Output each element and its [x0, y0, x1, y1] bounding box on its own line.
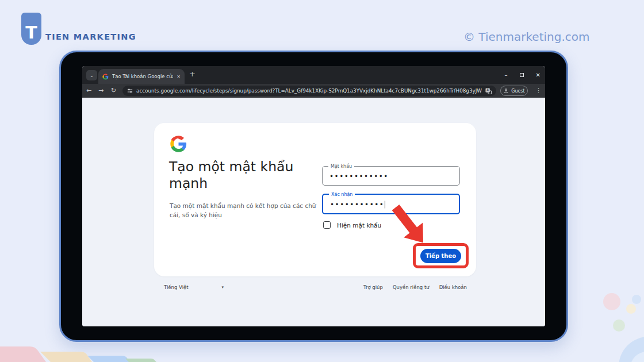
browser-tab[interactable]: Tạo Tài khoản Google của bạn ✕	[98, 69, 185, 84]
page-content: Tạo một mật khẩu mạnh Tạo một mật khẩu m…	[82, 98, 545, 326]
brand-logo-letter: T	[25, 24, 37, 41]
page-description: Tạo một mật khẩu mạnh có kết hợp của các…	[170, 202, 320, 220]
browser-toolbar: ← → ↻ accounts.google.com/lifecycle/step…	[82, 84, 545, 98]
forward-icon[interactable]: →	[98, 84, 103, 98]
privacy-link[interactable]: Quyền riêng tư	[393, 284, 430, 290]
profile-button[interactable]: Guest	[500, 86, 528, 96]
tab-search-button[interactable]: ⌄	[86, 70, 97, 80]
brand-logo: T	[21, 13, 41, 45]
signup-card: Tạo một mật khẩu mạnh Tạo một mật khẩu m…	[154, 123, 476, 276]
url-text[interactable]: accounts.google.com/lifecycle/steps/sign…	[136, 88, 482, 94]
brand-name: TIEN MARKETING	[45, 32, 136, 41]
address-bar[interactable]: accounts.google.com/lifecycle/steps/sign…	[122, 86, 496, 96]
minimize-icon[interactable]: –	[505, 72, 508, 78]
copyright-text: © Tienmarketing.com	[463, 30, 589, 44]
circle-decoration	[613, 319, 625, 332]
show-password-checkbox[interactable]	[323, 221, 331, 229]
new-tab-button[interactable]: +	[189, 70, 195, 78]
tune-icon[interactable]	[127, 88, 133, 94]
ribbon-decoration	[0, 344, 167, 362]
reload-icon[interactable]: ↻	[111, 84, 116, 98]
tab-strip: ⌄ Tạo Tài khoản Google của bạn ✕ + – ✕	[82, 66, 545, 84]
show-password-label: Hiện mật khẩu	[337, 222, 381, 229]
translate-icon[interactable]: A	[485, 88, 492, 94]
restore-icon[interactable]	[520, 73, 524, 77]
person-icon	[503, 88, 509, 94]
svg-text:A: A	[486, 88, 489, 93]
browser-menu-icon[interactable]: ⋮	[535, 84, 542, 98]
next-button[interactable]: Tiếp theo	[420, 249, 461, 263]
show-password-row[interactable]: Hiện mật khẩu	[323, 221, 381, 229]
circle-decoration	[632, 295, 641, 304]
circle-decoration	[603, 293, 620, 310]
page-title: Tạo một mật khẩu mạnh	[169, 159, 325, 192]
browser-window: ⌄ Tạo Tài khoản Google của bạn ✕ + – ✕	[82, 66, 545, 326]
profile-label: Guest	[511, 88, 525, 94]
chevron-down-icon: ⌄	[90, 72, 94, 78]
tab-title: Tạo Tài khoản Google của bạn	[112, 74, 173, 79]
confirm-label: Xác nhận	[329, 192, 355, 197]
circle-decoration	[626, 304, 636, 314]
chevron-down-icon: ▾	[222, 285, 224, 290]
page-footer: Tiếng Việt ▾ Trợ giúp Quyền riêng tư Điề…	[164, 284, 467, 290]
annotation-highlight-box: Tiếp theo	[413, 243, 469, 268]
password-field[interactable]: Mật khẩu ••••••••••••	[322, 166, 460, 186]
window-controls: – ✕	[505, 66, 540, 84]
language-label: Tiếng Việt	[164, 284, 189, 290]
password-value: ••••••••••••	[329, 172, 389, 180]
help-link[interactable]: Trợ giúp	[363, 284, 383, 290]
back-icon[interactable]: ←	[86, 84, 91, 98]
google-logo-icon	[170, 135, 187, 153]
password-label: Mật khẩu	[328, 164, 354, 169]
language-select[interactable]: Tiếng Việt ▾	[164, 284, 224, 290]
google-favicon-icon	[102, 74, 109, 80]
confirm-value: •••••••••••	[330, 201, 384, 209]
terms-link[interactable]: Điều khoản	[439, 284, 467, 290]
close-icon[interactable]: ✕	[536, 72, 540, 78]
tablet-frame: ⌄ Tạo Tài khoản Google của bạn ✕ + – ✕	[59, 51, 568, 342]
tab-close-icon[interactable]: ✕	[177, 74, 181, 79]
